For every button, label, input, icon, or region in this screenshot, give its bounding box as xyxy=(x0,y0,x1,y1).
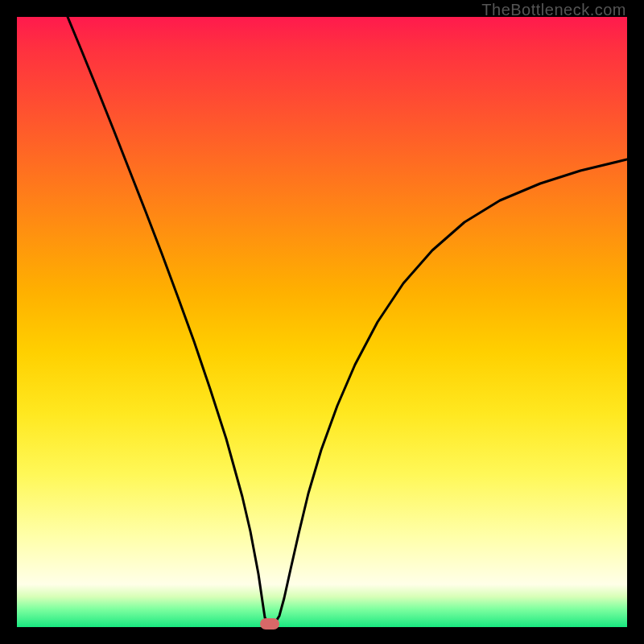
watermark-text: TheBottleneck.com xyxy=(481,1,626,19)
minimum-marker xyxy=(260,618,279,630)
gradient-plot-area xyxy=(17,17,627,627)
